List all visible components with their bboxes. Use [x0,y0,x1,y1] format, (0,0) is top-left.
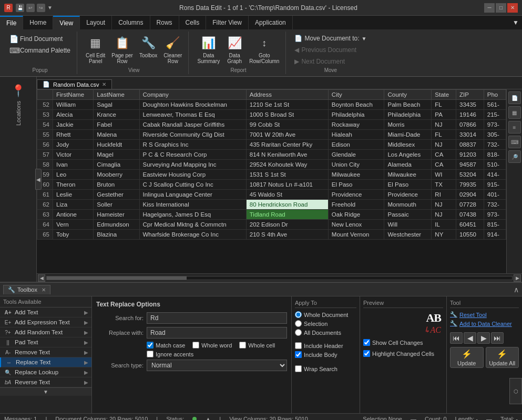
nav-next-button[interactable]: ▶ [477,332,490,344]
cell-city[interactable]: El Paso [328,180,384,190]
cell-lastname[interactable]: Magel [94,150,139,160]
cell-zip[interactable]: 08837 [456,140,484,150]
table-row[interactable]: 57 Victor Magel P C & C Research Corp 81… [37,150,506,160]
cell-zip[interactable]: 94587 [456,160,484,170]
data-graph-button[interactable]: 📈 DataGraph [224,34,245,65]
cell-state[interactable]: WI [432,170,456,180]
right-panel-btn-5[interactable]: 🔎 [508,150,521,163]
tools-scroll-down[interactable]: ▼ [0,387,91,396]
cell-county[interactable]: Los Angeles [384,150,432,160]
tab-file[interactable]: File [0,16,23,29]
cell-state[interactable]: NJ [432,140,456,150]
show-cell-changes-checkbox[interactable] [363,339,370,346]
toolbox-tab[interactable]: 🔧 Toolbox ✕ [3,285,50,294]
cell-firstname[interactable]: Leo [53,170,94,180]
tool-replace-lookup[interactable]: 🔍 Replace Lookup ▶ [0,367,91,377]
next-document-button[interactable]: ▶ Next Document [292,57,347,66]
cell-city[interactable]: New Lenox [328,220,384,230]
cell-state[interactable]: FL [432,100,456,110]
cell-company[interactable]: R S Graphics Inc [139,140,246,150]
cell-state[interactable]: NJ [432,200,456,210]
tool-reverse-text[interactable]: bA Reverse Text ▶ [0,377,91,387]
cell-zip[interactable]: 19146 [456,110,484,120]
cell-company[interactable]: Cpr Medical Mktng & Commctn [139,220,246,230]
cell-company[interactable]: Eastview Housing Corp [139,170,246,180]
cell-company[interactable]: C J Scallop Cutting Co Inc [139,180,246,190]
cell-lastname[interactable]: Krance [94,110,139,120]
cell-county[interactable]: Palm Beach [384,100,432,110]
tool-add-expression-text[interactable]: Ε+ Add Expression Text ▶ [0,317,91,327]
col-zip[interactable]: ZIP [456,90,484,100]
cell-lastname[interactable]: Gestether [94,190,139,200]
minimize-button[interactable]: ─ [484,3,495,13]
cell-zip[interactable]: 10550 [456,230,484,240]
include-body-checkbox[interactable] [295,351,302,358]
table-row[interactable]: 52 William Sagal Doughton Hawkins Brocke… [37,100,506,110]
tool-replace-text[interactable]: ↔ Replace Text ▶ [0,357,91,367]
table-row[interactable]: 53 Alecia Krance Lenweaver, Thomas E Esq… [37,110,506,120]
cell-address[interactable]: 80 Hendrickson Road [246,200,328,210]
whole-document-radio[interactable] [295,311,302,318]
cell-zip[interactable]: 02904 [456,190,484,200]
cell-edit-panel-button[interactable]: ▦ Cell EditPanel [84,34,107,65]
cell-county[interactable]: Middlesex [384,140,432,150]
tab-view[interactable]: View [53,16,80,29]
cell-city[interactable]: Hialeah [328,130,384,140]
cell-firstname[interactable]: Vern [53,220,94,230]
cell-county[interactable]: Passaic [384,210,432,220]
cell-firstname[interactable]: Toby [53,230,94,240]
highlight-changed-checkbox[interactable] [363,350,370,357]
cell-lastname[interactable]: Mooberry [94,170,139,180]
cell-firstname[interactable]: Antione [53,210,94,220]
ignore-accents-checkbox[interactable] [147,351,153,357]
cell-address[interactable]: 210 S 4th Ave [246,230,328,240]
find-document-button[interactable]: 📄 Find Document [7,34,73,44]
include-header-checkbox[interactable] [295,342,302,349]
cell-zip[interactable]: 53204 [456,170,484,180]
cell-firstname[interactable]: Jackie [53,120,94,130]
quick-save-icon[interactable]: 💾 [16,4,24,12]
cell-county[interactable]: Providence [384,190,432,200]
cell-zip[interactable]: 07866 [456,120,484,130]
cell-address[interactable]: 1210 Se 1st St [246,100,328,110]
cell-address[interactable]: 814 N Kenilworth Ave [246,150,328,160]
search-for-input[interactable] [147,312,287,324]
cell-lastname[interactable]: Blazina [94,230,139,240]
selection-radio[interactable] [295,320,302,327]
search-type-select[interactable]: Normal Regular Expression Wildcard [147,360,287,371]
cell-firstname[interactable]: Victor [53,150,94,160]
cell-city[interactable]: Boynton Beach [328,100,384,110]
right-panel-btn-1[interactable]: 📄 [508,91,521,104]
table-row[interactable]: 62 Liza Soller Kiss International 80 Hen… [37,200,506,210]
table-row[interactable]: 58 Ivan Cimaglia Surveying And Mapping I… [37,160,506,170]
cell-lastname[interactable]: Edmundson [94,220,139,230]
close-button[interactable]: ✕ [507,3,518,13]
page-per-row-button[interactable]: 📋 Page perRow [109,34,135,65]
cell-lastname[interactable]: Sagal [94,100,139,110]
cell-city[interactable]: Philadelphia [328,110,384,120]
command-palette-button[interactable]: ⌨ Command Palette [7,45,73,56]
sidebar-collapse-handle[interactable]: ◀ [35,169,42,190]
cell-zip[interactable]: 07438 [456,210,484,220]
cell-state[interactable]: CA [432,160,456,170]
cell-county[interactable]: Milwaukee [384,170,432,180]
scroll-left-btn[interactable]: ◀ [38,274,45,282]
cell-company[interactable]: P C & C Research Corp [139,150,246,160]
whole-cell-checkbox[interactable] [239,342,246,349]
horizontal-scrollbar[interactable]: ◀ ▶ [37,273,522,282]
col-county[interactable]: County [384,90,432,100]
table-row[interactable]: 64 Vern Edmundson Cpr Medical Mktng & Co… [37,220,506,230]
cell-zip[interactable]: 79935 [456,180,484,190]
maximize-button[interactable]: □ [496,3,506,13]
cell-zip[interactable]: 91203 [456,150,484,160]
cell-city[interactable]: Union City [328,160,384,170]
cell-city[interactable]: Freehold [328,200,384,210]
cell-phone[interactable]: 815- [484,220,506,230]
cell-city[interactable]: Rockaway [328,120,384,130]
tool-add-text[interactable]: A+ Add Text ▶ [0,308,91,317]
cell-state[interactable]: PA [432,110,456,120]
ribbon-overflow[interactable]: ▼ [513,16,522,29]
cell-zip[interactable]: 33435 [456,100,484,110]
cell-address[interactable]: 435 Raritan Center Pky [246,140,328,150]
cell-phone[interactable]: 732- [484,200,506,210]
